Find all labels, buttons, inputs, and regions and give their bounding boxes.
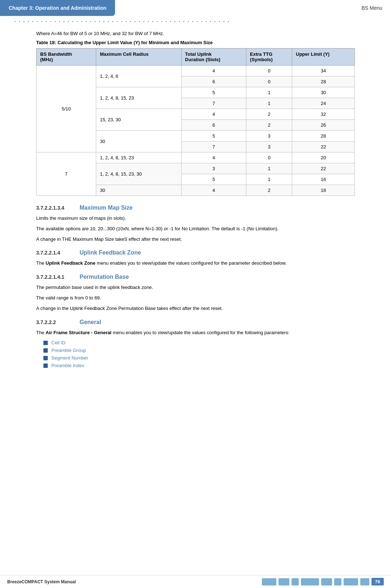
cell-duration: 4 [181,109,246,120]
section-37222-heading: 3.7.2.2.2 General [36,319,355,326]
cell-radius: 1, 2, 4, 8, 15, 23 [96,87,181,109]
section-37222-title: General [80,319,101,326]
bullet-square-icon [43,348,48,353]
cell-ttg: 3 [246,142,292,152]
footer-block-5 [321,578,332,585]
section-3722141-para3: A change in the Uplink Feedback Zone Per… [36,305,355,312]
main-content: Where A=46 for BW of 5 or 10 MHz, and 32… [0,27,391,394]
section-37222-para1: The Air Frame Structure - General menu e… [36,329,355,337]
bullet-cell-id: Cell ID [43,340,355,345]
footer-block-3 [292,578,299,585]
cell-radius: 30 [96,131,181,152]
cell-duration: 4 [181,66,246,76]
cell-ttg: 2 [246,109,292,120]
cell-duration: 6 [181,76,246,87]
bullet-list: Cell ID Preamble Group Segment Number Pr… [43,340,355,368]
table-title: Table 18: Calculating the Upper Limit Va… [36,40,355,45]
footer-decoration: 76 [262,578,384,585]
col-radius: Maximum Cell Radius [96,49,181,66]
section-3722134-number: 3.7.2.2.1.3.4 [36,205,72,211]
bullet-segment-number: Segment Number [43,355,355,361]
cell-upper: 34 [292,66,355,76]
bullet-preamble-index: Preamble Index [43,363,355,368]
cell-duration: 6 [181,120,246,131]
section-3722134-para1: Limits the maximum size of maps (in slot… [36,215,355,222]
cell-ttg: 0 [246,66,292,76]
page-footer: BreezeCOMPACT System Manual 76 [0,575,391,588]
section-title: BS Menu [361,5,391,11]
dots-separator: • • • • • • • • • • • • • • • • • • • • … [0,16,391,27]
section-3722141-number: 3.7.2.2.1.4.1 [36,274,72,280]
section-37222-number: 3.7.2.2.2 [36,319,72,325]
cell-upper: 22 [292,142,355,152]
section-3722134-para3: A change in THE Maximum Map Size takeS e… [36,236,355,243]
cell-radius: 1, 2, 4, 8, 15, 23 [96,152,181,163]
bullet-square-icon [43,341,48,345]
col-upper: Upper Limit (Y) [292,49,355,66]
page-header: Chapter 3: Operation and Administration … [0,0,391,16]
cell-radius: 1, 2, 4, 8 [96,66,181,87]
bullet-segment-number-text: Segment Number [51,355,88,361]
cell-upper: 22 [292,163,355,174]
cell-ttg: 2 [246,185,292,196]
section-372214-para1: The Uplink Feedback Zone menu enables yo… [36,260,355,267]
cell-ttg: 1 [246,87,292,98]
bullet-square-icon [43,356,48,360]
cell-radius: 1, 2, 4, 8, 15, 23, 30 [96,163,181,185]
cell-duration: 5 [181,87,246,98]
section-3722134-title: Maximum Map Size [80,205,133,211]
cell-duration: 5 [181,131,246,142]
footer-block-8 [360,578,369,585]
bullet-cell-id-text: Cell ID [51,340,65,345]
cell-duration: 7 [181,98,246,109]
bullet-square-icon [43,364,48,368]
cell-bw: 5/10 [37,66,96,152]
bullet-preamble-group-text: Preamble Group [51,348,86,353]
footer-block-6 [334,578,341,585]
cell-duration: 5 [181,174,246,185]
cell-ttg: 1 [246,163,292,174]
cell-upper: 26 [292,120,355,131]
footer-block-4 [301,578,319,585]
section-372214-heading: 3.7.2.2.1.4 Uplink Feedback Zone [36,249,355,256]
footer-title: BreezeCOMPACT System Manual [7,579,76,584]
col-bw: BS Bandwidth(MHz) [37,49,96,66]
cell-upper: 20 [292,152,355,163]
footer-block-2 [279,578,289,585]
cell-upper: 24 [292,98,355,109]
bullet-preamble-group: Preamble Group [43,348,355,353]
intro-text: Where A=46 for BW of 5 or 10 MHz, and 32… [36,31,355,36]
section-3722134-heading: 3.7.2.2.1.3.4 Maximum Map Size [36,205,355,211]
chapter-title: Chapter 3: Operation and Administration [0,0,115,16]
section-3722134-para2: The available options are 10, 20...300 (… [36,225,355,233]
footer-block-7 [344,578,358,585]
section-3722141-heading: 3.7.2.2.1.4.1 Permutation Base [36,274,355,280]
cell-ttg: 2 [246,120,292,131]
cell-duration: 7 [181,142,246,152]
section-3722141-title: Permutation Base [80,274,129,280]
cell-bw: 7 [37,152,96,196]
cell-ttg: 3 [246,131,292,142]
section-3722141-para1: The permutation base used in the uplink … [36,284,355,291]
cell-duration: 4 [181,152,246,163]
section-3722141-para2: The valid range is from 0 to 69. [36,294,355,302]
cell-radius: 30 [96,185,181,196]
cell-duration: 4 [181,185,246,196]
col-ttg: Extra TTG(Symbols) [246,49,292,66]
col-duration: Total UplinkDuration (Slots) [181,49,246,66]
cell-ttg: 0 [246,152,292,163]
cell-upper: 18 [292,185,355,196]
cell-ttg: 1 [246,98,292,109]
cell-upper: 16 [292,174,355,185]
footer-block-1 [262,578,276,585]
cell-radius: 15, 23, 30 [96,109,181,131]
cell-upper: 28 [292,76,355,87]
cell-upper: 30 [292,87,355,98]
cell-duration: 3 [181,163,246,174]
cell-ttg: 0 [246,76,292,87]
cell-upper: 28 [292,131,355,142]
page-number: 76 [371,578,384,585]
upper-limit-table: BS Bandwidth(MHz) Maximum Cell Radius To… [36,48,355,196]
section-372214-number: 3.7.2.2.1.4 [36,250,72,256]
bullet-preamble-index-text: Preamble Index [51,363,84,368]
